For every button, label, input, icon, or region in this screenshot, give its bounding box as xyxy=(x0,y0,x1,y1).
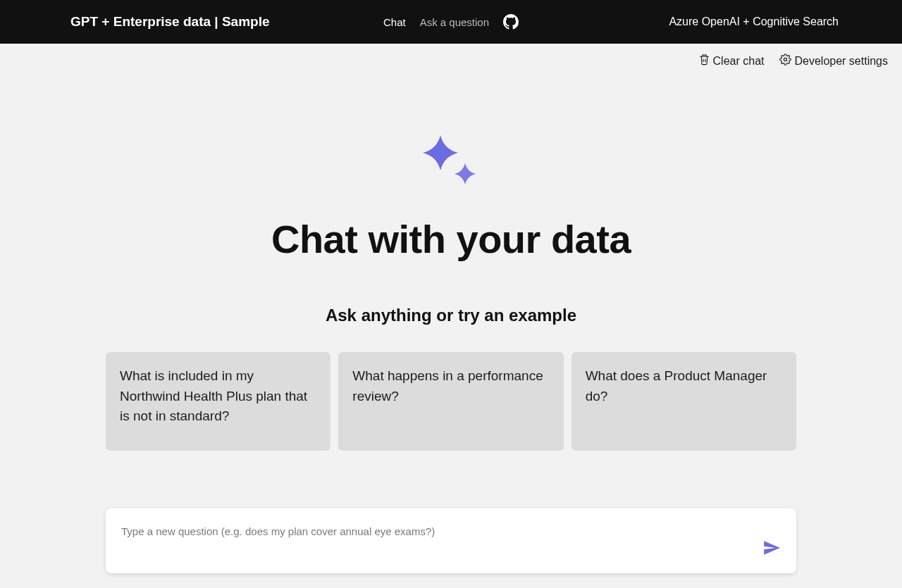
question-input[interactable] xyxy=(121,521,715,537)
page-subheading: Ask anything or try an example xyxy=(326,306,576,325)
trash-icon xyxy=(698,54,710,68)
sparkle-icon xyxy=(416,132,486,195)
toolbar: Clear chat Developer settings xyxy=(0,44,902,68)
svg-point-0 xyxy=(784,58,787,61)
header-right-label: Azure OpenAI + Cognitive Search xyxy=(669,15,888,28)
developer-settings-button[interactable]: Developer settings xyxy=(779,54,888,68)
clear-chat-button[interactable]: Clear chat xyxy=(698,54,765,68)
send-icon xyxy=(762,549,781,559)
send-button[interactable] xyxy=(762,539,781,559)
nav-ask[interactable]: Ask a question xyxy=(420,16,489,28)
header: GPT + Enterprise data | Sample Chat Ask … xyxy=(0,0,902,44)
question-input-container xyxy=(106,508,796,573)
example-card-3[interactable]: What does a Product Manager do? xyxy=(572,352,796,451)
gear-icon xyxy=(779,54,791,68)
example-cards: What is included in my Northwind Health … xyxy=(106,352,796,451)
page-heading: Chat with your data xyxy=(271,216,631,262)
header-left: GPT + Enterprise data | Sample xyxy=(0,14,270,30)
clear-chat-label: Clear chat xyxy=(713,55,765,68)
nav-chat[interactable]: Chat xyxy=(383,16,406,28)
github-icon[interactable] xyxy=(503,14,519,30)
main-content: Chat with your data Ask anything or try … xyxy=(0,68,902,573)
app-title: GPT + Enterprise data | Sample xyxy=(70,14,270,30)
example-card-1[interactable]: What is included in my Northwind Health … xyxy=(106,352,330,451)
header-nav: Chat Ask a question xyxy=(383,14,519,30)
developer-settings-label: Developer settings xyxy=(794,55,888,68)
example-card-2[interactable]: What happens in a performance review? xyxy=(338,352,563,451)
